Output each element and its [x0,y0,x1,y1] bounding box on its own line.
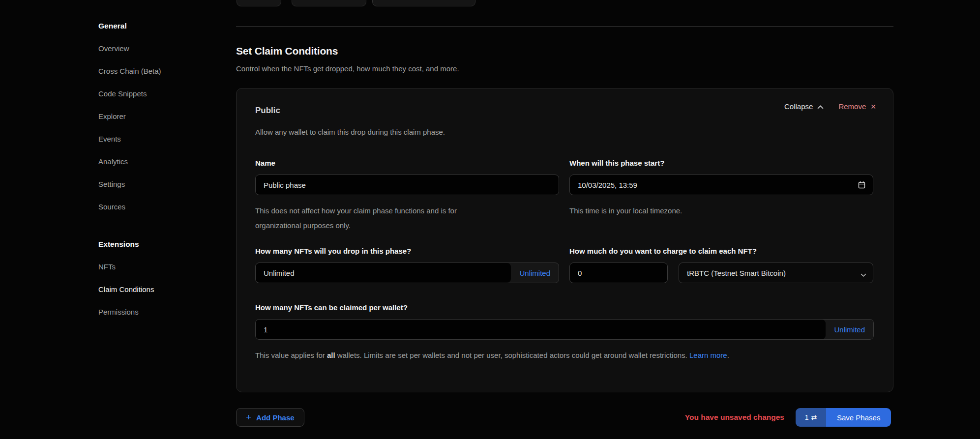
field-name: Name This does not affect how your claim… [255,159,559,233]
sidebar-item-nfts[interactable]: NFTs [98,263,197,271]
phase-description: Allow any wallet to claim this drop duri… [255,128,445,136]
per-wallet-help-end: . [727,351,729,359]
learn-more-link[interactable]: Learn more [689,351,727,359]
plus-icon: + [246,412,251,422]
field-per-wallet: How many NFTs can be claimed per wallet?… [255,303,874,363]
save-phases-button[interactable]: Save Phases [826,408,891,427]
sidebar-item-code-snippets[interactable]: Code Snippets [98,89,197,98]
phase-count-badge[interactable]: 1 ⇄ [796,408,826,427]
sidebar-item-cross-chain[interactable]: Cross Chain (Beta) [98,67,197,76]
sidebar-item-explorer[interactable]: Explorer [98,112,197,121]
sidebar-item-settings[interactable]: Settings [98,180,197,189]
save-button-group: 1 ⇄ Save Phases [796,408,891,427]
page-subtitle: Control when the NFTs get dropped, how m… [236,64,459,73]
phase-count-value: 1 [805,413,809,421]
field-price: How much do you want to charge to claim … [569,247,873,283]
collapse-button[interactable]: Collapse [784,102,824,111]
sidebar-item-events[interactable]: Events [98,135,197,144]
sidebar-item-overview[interactable]: Overview [98,44,197,53]
top-tab-button[interactable] [237,0,281,6]
per-wallet-input-group: Unlimited [255,319,874,340]
sidebar-section-extensions: Extensions [98,240,197,249]
supply-unlimited-button[interactable]: Unlimited [511,263,559,283]
chevron-down-icon [861,270,866,279]
explorer-link-label: Rootstock Blockscout [388,0,449,1]
sidebar: General Overview Cross Chain (Beta) Code… [98,22,197,330]
per-wallet-input[interactable] [256,320,826,339]
copy-icon [303,0,310,1]
start-time-label: When will this phase start? [569,159,873,168]
sidebar-item-permissions[interactable]: Permissions [98,308,197,317]
unsaved-changes-text: You have unsaved changes [685,413,784,422]
field-start-time: When will this phase start? 10/03/2025, … [569,159,873,218]
header-divider [236,27,893,27]
per-wallet-help: This value applies for all wallets. Limi… [255,348,808,363]
remove-button[interactable]: Remove ✕ [838,102,876,111]
chevron-up-icon [817,102,824,111]
claim-conditions-page: 0xeDe...448e9 Rootstock Blockscout Gener… [0,0,980,439]
per-wallet-label: How many NFTs can be claimed per wallet? [255,303,874,312]
currency-value: tRBTC (Testnet Smart Bitcoin) [687,269,786,277]
add-phase-label: Add Phase [256,413,295,422]
sidebar-section-general: General [98,22,197,30]
sidebar-item-sources[interactable]: Sources [98,203,197,211]
sidebar-item-analytics[interactable]: Analytics [98,157,197,166]
name-help: This does not affect how your claim phas… [255,204,504,233]
phase-card-actions: Collapse Remove ✕ [784,102,876,111]
supply-label: How many NFTs will you drop in this phas… [255,247,559,256]
swap-arrows-icon: ⇄ [811,413,817,421]
external-link-icon [453,0,459,1]
name-input[interactable] [255,175,559,195]
phase-title: Public [255,106,280,116]
contract-address-label: 0xeDe...448e9 [313,0,355,1]
add-phase-button[interactable]: + Add Phase [236,408,304,427]
sidebar-item-claim-conditions[interactable]: Claim Conditions [98,285,197,294]
close-icon: ✕ [870,103,876,110]
start-time-input[interactable]: 10/03/2025, 13:59 [569,175,873,195]
start-time-value: 10/03/2025, 13:59 [578,181,637,189]
supply-input-group: Unlimited [255,263,559,283]
contract-address-button[interactable]: 0xeDe...448e9 [292,0,366,6]
price-amount-input[interactable] [569,263,668,283]
supply-input[interactable] [256,263,511,283]
sidebar-section-gap [98,225,197,240]
collapse-label: Collapse [784,102,813,111]
phase-card: Public Collapse Remove ✕ Allow any walle… [236,88,893,392]
name-label: Name [255,159,559,168]
calendar-icon[interactable] [858,181,865,190]
per-wallet-help-bold: all [327,351,335,359]
currency-select[interactable]: tRBTC (Testnet Smart Bitcoin) [679,263,873,283]
per-wallet-help-text-2: wallets. Limits are set per wallets and … [335,351,689,359]
start-time-help: This time is in your local timezone. [569,204,873,218]
per-wallet-unlimited-button[interactable]: Unlimited [826,320,873,339]
field-supply: How many NFTs will you drop in this phas… [255,247,559,283]
explorer-link-button[interactable]: Rootstock Blockscout [372,0,475,6]
remove-label: Remove [838,102,866,111]
price-row: tRBTC (Testnet Smart Bitcoin) [569,263,873,283]
per-wallet-help-text: This value applies for [255,351,327,359]
price-label: How much do you want to charge to claim … [569,247,873,256]
page-title: Set Claim Conditions [236,45,338,57]
